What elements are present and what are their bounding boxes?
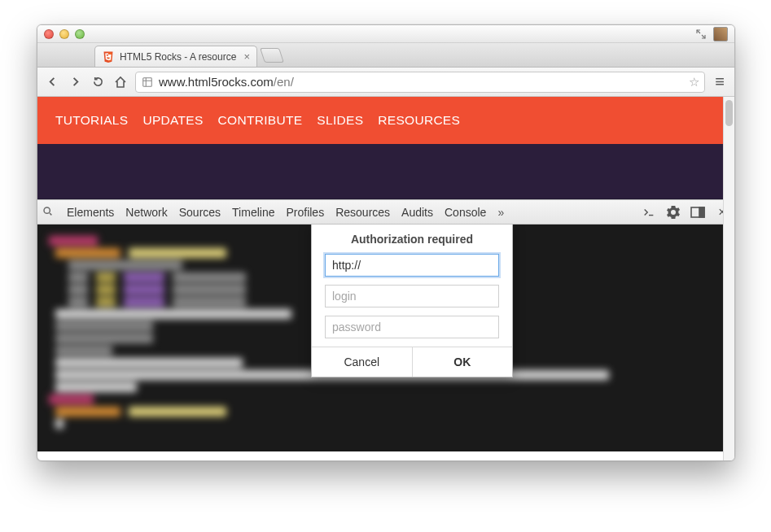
devtools-tab-timeline[interactable]: Timeline	[232, 206, 274, 219]
new-tab-button[interactable]	[260, 48, 284, 63]
site-nav: TUTORIALS UPDATES CONTRIBUTE SLIDES RESO…	[37, 97, 734, 144]
show-drawer-icon[interactable]	[642, 205, 656, 220]
settings-gear-icon[interactable]	[666, 205, 681, 220]
html5-icon	[102, 50, 115, 63]
devtools-tab-console[interactable]: Console	[445, 206, 486, 219]
reload-button[interactable]	[90, 74, 106, 90]
svg-rect-0	[143, 77, 152, 86]
scrollbar-thumb[interactable]	[725, 100, 733, 126]
chrome-menu-button[interactable]: ≡	[712, 72, 728, 91]
devtools-tab-audits[interactable]: Audits	[401, 206, 433, 219]
fullscreen-icon[interactable]	[694, 28, 708, 41]
browser-window: HTML5 Rocks - A resource × www.html5rock…	[37, 24, 735, 461]
tabstrip: HTML5 Rocks - A resource ×	[37, 43, 734, 68]
toolbar: www.html5rocks.com/en/ ☆ ≡	[37, 68, 734, 97]
url-path: /en/	[274, 75, 294, 89]
devtools-tab-elements[interactable]: Elements	[67, 206, 114, 219]
cancel-button[interactable]: Cancel	[312, 347, 412, 377]
search-icon[interactable]	[42, 206, 55, 219]
address-bar[interactable]: www.html5rocks.com/en/ ☆	[135, 72, 705, 93]
devtools-tabbar: Elements Network Sources Timeline Profil…	[37, 200, 734, 225]
dock-side-icon[interactable]	[690, 205, 705, 220]
auth-login-input[interactable]	[325, 285, 499, 307]
home-button[interactable]	[112, 74, 129, 90]
devtools-tab-profiles[interactable]: Profiles	[286, 206, 324, 219]
auth-url-input[interactable]	[325, 254, 499, 277]
devtools-tab-resources[interactable]: Resources	[335, 206, 390, 219]
svg-point-1	[44, 207, 50, 213]
close-tab-icon[interactable]: ×	[243, 50, 250, 63]
auth-password-input[interactable]	[325, 316, 499, 338]
forward-button[interactable]	[67, 74, 83, 90]
close-window-button[interactable]	[44, 29, 54, 39]
browser-tab[interactable]: HTML5 Rocks - A resource ×	[94, 46, 257, 67]
svg-rect-3	[699, 207, 704, 217]
authorization-dialog: Authorization required Cancel OK	[311, 225, 513, 377]
globe-icon	[141, 76, 154, 89]
profile-avatar[interactable]	[713, 27, 728, 41]
url-text: www.html5rocks.com/en/	[159, 75, 684, 89]
nav-resources[interactable]: RESOURCES	[378, 113, 460, 128]
page-viewport: TUTORIALS UPDATES CONTRIBUTE SLIDES RESO…	[37, 97, 734, 460]
dialog-title: Authorization required	[312, 225, 512, 254]
ok-button[interactable]: OK	[412, 347, 513, 377]
minimize-window-button[interactable]	[59, 29, 69, 39]
nav-contribute[interactable]: CONTRIBUTE	[218, 113, 303, 128]
zoom-window-button[interactable]	[75, 29, 85, 39]
url-host: www.html5rocks.com	[159, 75, 274, 89]
tab-title: HTML5 Rocks - A resource	[120, 51, 239, 63]
devtools-overflow-icon[interactable]: »	[497, 206, 504, 219]
bookmark-star-icon[interactable]: ☆	[689, 75, 699, 89]
nav-tutorials[interactable]: TUTORIALS	[55, 113, 128, 128]
devtools-tab-network[interactable]: Network	[125, 206, 167, 219]
devtools-panel: Elements Network Sources Timeline Profil…	[37, 199, 734, 451]
titlebar	[37, 25, 734, 43]
devtools-tab-sources[interactable]: Sources	[179, 206, 221, 219]
page-scrollbar[interactable]	[723, 97, 734, 460]
hero-banner	[37, 144, 734, 199]
nav-updates[interactable]: UPDATES	[142, 113, 203, 128]
traffic-lights	[44, 29, 85, 39]
nav-slides[interactable]: SLIDES	[317, 113, 363, 128]
back-button[interactable]	[44, 74, 60, 90]
devtools-content: Authorization required Cancel OK	[37, 225, 734, 451]
